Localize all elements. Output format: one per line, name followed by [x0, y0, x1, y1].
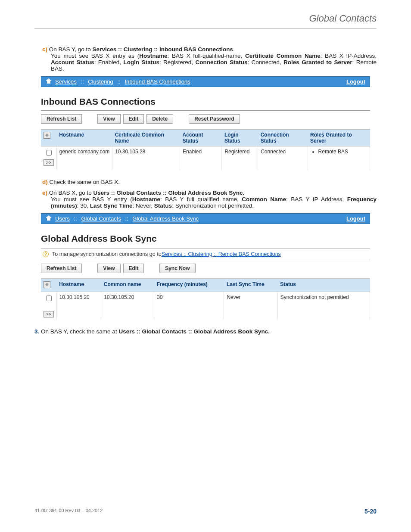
step-3: 3. On BAS Y, check the same at Users :: … — [34, 328, 377, 335]
step-e-label: e) — [42, 190, 47, 196]
column-header[interactable]: Connection Status — [258, 130, 308, 146]
column-header[interactable]: Status — [277, 279, 370, 292]
breadcrumb-sep: :: — [124, 215, 130, 222]
cell: 10.30.105.20 — [101, 292, 154, 320]
logout-link-1[interactable]: Logout — [346, 78, 365, 85]
column-header[interactable]: Common name — [101, 279, 154, 292]
cell: generic.company.com — [56, 146, 112, 170]
step-e-intro-post: . — [243, 190, 244, 196]
step-c-intro-post: . — [233, 46, 235, 53]
gabs-toolbar: Refresh ListViewEditSync Now — [41, 264, 370, 273]
cell: 30 — [154, 292, 224, 320]
cell: Connected — [258, 146, 308, 170]
refresh-list-button[interactable]: Refresh List — [41, 264, 82, 273]
delete-button[interactable]: Delete — [146, 114, 173, 124]
select-all-icon[interactable] — [44, 281, 50, 288]
breadcrumb-item[interactable]: Inbound BAS Connections — [125, 78, 190, 85]
role-item: Remote BAS — [318, 149, 367, 155]
footer-rev: 41-001391-00 Rev 03 – 04.2012 — [34, 508, 103, 515]
refresh-list-button[interactable]: Refresh List — [41, 114, 82, 124]
home-icon[interactable] — [46, 215, 52, 222]
step-c-label: c) — [42, 46, 47, 53]
inbound-bas-panel: Inbound BAS Connections Refresh ListView… — [41, 96, 370, 170]
gabs-info-text: To manage synchronization connections go… — [52, 251, 162, 257]
breadcrumb-item[interactable]: Global Address Book Sync — [132, 215, 199, 222]
table-row: >>generic.company.com10.30.105.28Enabled… — [41, 146, 370, 170]
column-header[interactable]: Frequency (minutes) — [154, 279, 224, 292]
step-3-pre: On BAS Y, check the same at — [41, 328, 118, 335]
row-checkbox[interactable] — [46, 296, 52, 301]
cell: Synchronization not permitted — [277, 292, 370, 320]
logout-link-2[interactable]: Logout — [346, 215, 365, 222]
step-d-label: d) — [42, 179, 48, 185]
cell: Enabled — [180, 146, 222, 170]
select-all-icon[interactable] — [44, 132, 50, 139]
step-c-intro-bold: Services :: Clustering :: Inbound BAS Co… — [93, 46, 233, 53]
breadcrumb-bar-1: Services :: Clustering :: Inbound BAS Co… — [41, 76, 370, 87]
expand-row-button[interactable]: >> — [44, 311, 54, 317]
breadcrumb-item[interactable]: Clustering — [88, 78, 113, 85]
step-c-intro: On BAS Y, go to Services :: Clustering :… — [49, 46, 235, 53]
step-c-body: You must see BAS X entry as (Hostname: B… — [51, 53, 377, 72]
breadcrumb-bar-2: Users :: Global Contacts :: Global Addre… — [41, 213, 370, 224]
edit-button[interactable]: Edit — [123, 114, 144, 124]
reset-password-button[interactable]: Reset Password — [189, 114, 240, 124]
step-e-intro: On BAS X, go to Users :: Global Contacts… — [49, 190, 244, 196]
breadcrumb-item[interactable]: Global Contacts — [81, 215, 121, 222]
inbound-toolbar: Refresh ListViewEditDeleteReset Password — [41, 114, 370, 124]
cell: 10.30.105.28 — [112, 146, 180, 170]
cell: Registered — [222, 146, 258, 170]
cell: 10.30.105.20 — [56, 292, 101, 320]
breadcrumb-item[interactable]: Services — [55, 78, 77, 85]
step-d: d) Check the same on BAS X. — [42, 179, 377, 185]
column-header[interactable]: Hostname — [56, 279, 101, 292]
gabs-info: ? To manage synchronization connections … — [41, 248, 370, 260]
step-e-body: You must see BAS Y entry (Hostname: BAS … — [51, 196, 377, 209]
cell: Remote BAS — [308, 146, 370, 170]
step-e: e) On BAS X, go to Users :: Global Conta… — [42, 190, 377, 209]
step-3-num: 3. — [34, 328, 39, 335]
breadcrumb-item[interactable]: Users — [55, 215, 70, 222]
footer-page-num: 5-20 — [364, 508, 377, 515]
breadcrumb-sep: :: — [79, 78, 85, 85]
step-c-intro-pre: On BAS Y, go to — [49, 46, 93, 53]
cell: Never — [224, 292, 277, 320]
info-icon: ? — [43, 251, 49, 257]
page-footer: 41-001391-00 Rev 03 – 04.2012 5-20 — [34, 508, 377, 515]
row-checkbox[interactable] — [46, 150, 52, 156]
inbound-bas-title: Inbound BAS Connections — [41, 96, 370, 107]
breadcrumb-1-crumbs: Services :: Clustering :: Inbound BAS Co… — [55, 78, 190, 85]
inbound-table: HostnameCertificate Common NameAccount S… — [41, 129, 370, 170]
step-e-intro-pre: On BAS X, go to — [49, 190, 93, 196]
view-button[interactable]: View — [97, 264, 120, 273]
sync-now-button[interactable]: Sync Now — [159, 264, 195, 273]
step-c: c) On BAS Y, go to Services :: Clusterin… — [42, 46, 377, 72]
remote-bas-link[interactable]: Services :: Clustering :: Remote BAS Con… — [162, 251, 281, 257]
table-row: >>10.30.105.2010.30.105.2030NeverSynchro… — [41, 292, 370, 320]
gabs-panel: Global Address Book Sync ? To manage syn… — [41, 233, 370, 320]
breadcrumb-sep: :: — [116, 78, 122, 85]
column-header[interactable]: Roles Granted to Server — [308, 130, 370, 146]
page-title: Global Contacts — [34, 13, 377, 29]
gabs-table: HostnameCommon nameFrequency (minutes)La… — [41, 279, 370, 320]
column-header[interactable]: Hostname — [56, 130, 112, 146]
step-3-bold: Users :: Global Contacts :: Global Addre… — [118, 328, 270, 335]
column-header[interactable]: Login Status — [222, 130, 258, 146]
expand-row-button[interactable]: >> — [44, 159, 54, 166]
edit-button[interactable]: Edit — [123, 264, 144, 273]
step-d-text: Check the same on BAS X. — [50, 179, 120, 185]
step-e-intro-bold: Users :: Global Contacts :: Global Addre… — [93, 190, 243, 196]
breadcrumb-2-crumbs: Users :: Global Contacts :: Global Addre… — [55, 215, 199, 222]
breadcrumb-sep: :: — [72, 215, 78, 222]
column-header[interactable]: Account Status — [180, 130, 222, 146]
gabs-title: Global Address Book Sync — [41, 233, 370, 244]
view-button[interactable]: View — [97, 114, 120, 124]
home-icon[interactable] — [46, 78, 52, 85]
column-header[interactable]: Last Sync Time — [224, 279, 277, 292]
column-header[interactable]: Certificate Common Name — [112, 130, 180, 146]
